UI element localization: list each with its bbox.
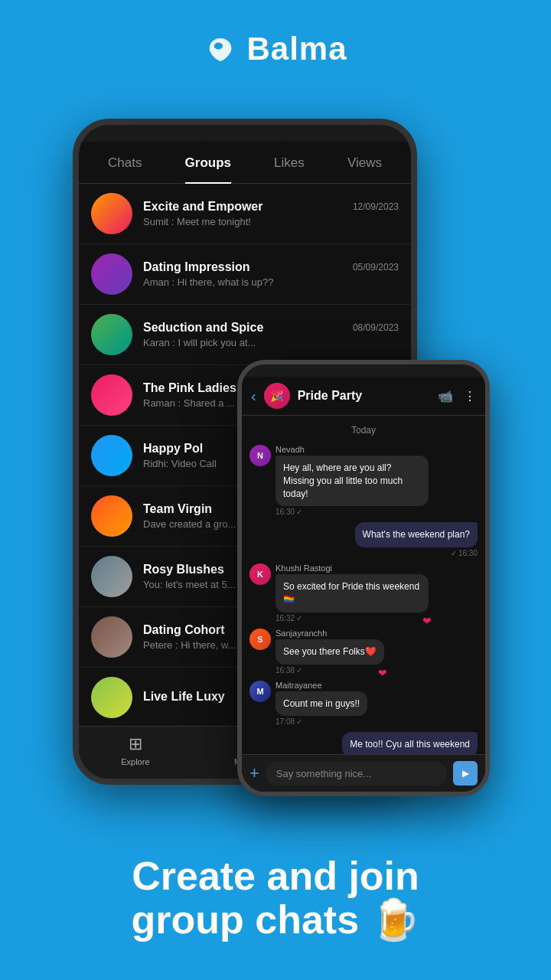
avatar — [91, 314, 132, 355]
app-name: Balma — [246, 31, 347, 67]
video-call-icon[interactable]: 📹 — [438, 389, 453, 403]
msg-bubble: See you there Folks❤️ — [276, 639, 384, 665]
cta-area: Create and join group chats 🍺 — [0, 854, 551, 942]
avatar — [91, 616, 132, 658]
tab-likes[interactable]: Likes — [274, 155, 305, 177]
phone-small: ‹ 🎉 Pride Party 📹 ⋮ Today N Nevadh Hey a… — [237, 360, 490, 796]
message-row: N Nevadh Hey all, where are you all? Mis… — [249, 445, 478, 516]
msg-time: 16:32 ✓ — [276, 614, 429, 622]
cta-emoji: 🍺 — [370, 897, 420, 942]
chat-info: Excite and Empower 12/09/2023 Sumit : Me… — [143, 200, 399, 227]
msg-bubble-sent: What's the weekend plan? — [355, 522, 478, 547]
msg-bubble-sent: Me too!! Cyu all this weekend — [342, 732, 478, 754]
avatar — [91, 677, 132, 718]
message-row: Me too!! Cyu all this weekend ✓ 18:10 — [249, 732, 478, 754]
msg-bubble: Count me in guys!! — [276, 691, 367, 717]
chat-top-bar: ‹ 🎉 Pride Party 📹 ⋮ — [242, 377, 485, 416]
avatar — [91, 495, 132, 537]
msg-bubble-wrap: Maitrayanee Count me in guys!! 17:08 ✓ — [276, 681, 367, 727]
msg-sender: Nevadh — [276, 445, 429, 454]
tab-views[interactable]: Views — [347, 155, 382, 177]
date-divider: Today — [249, 425, 478, 436]
chat-time: 08/09/2023 — [353, 322, 399, 333]
cta-line1: Create and join — [132, 854, 419, 898]
msg-sender: Sanjayranchh — [276, 629, 384, 638]
send-button[interactable]: ▶ — [453, 761, 478, 786]
msg-avatar: N — [249, 445, 271, 466]
msg-avatar: K — [249, 564, 271, 585]
avatar — [91, 374, 132, 416]
msg-avatar: M — [249, 681, 271, 702]
heart-reaction: ❤ — [422, 615, 432, 627]
msg-time: ✓ 16:30 — [355, 549, 478, 557]
chat-info: Dating Impression 05/09/2023 Aman : Hi t… — [143, 260, 399, 288]
message-row: S Sanjayranchh See you there Folks❤️ ❤ 1… — [249, 629, 478, 675]
msg-sender: Khushi Rastogi — [276, 564, 429, 573]
add-button[interactable]: + — [249, 763, 259, 783]
chat-avatar: 🎉 — [264, 383, 290, 409]
group-name: Live Life Luxy — [143, 690, 225, 704]
msg-time: 17:08 ✓ — [276, 717, 367, 726]
nav-explore-label: Explore — [121, 757, 149, 766]
msg-bubble-wrap: What's the weekend plan? ✓ 16:30 — [355, 522, 478, 557]
msg-bubble: So excited for Pride this weekend 🏳️‍🌈 — [276, 574, 429, 612]
group-name: The Pink Ladies — [143, 381, 236, 395]
group-name: Rosy Blushes — [143, 563, 224, 577]
chat-title: Pride Party — [298, 389, 430, 403]
group-name: Dating Cohort — [143, 623, 225, 637]
logo-area: Balma — [0, 0, 551, 67]
msg-sender: Maitrayanee — [276, 681, 367, 690]
message-input-bar: + Say something nice... ▶ — [242, 754, 485, 792]
list-item[interactable]: Dating Impression 05/09/2023 Aman : Hi t… — [79, 244, 411, 305]
more-options-icon[interactable]: ⋮ — [464, 389, 476, 403]
group-name: Dating Impression — [143, 260, 250, 274]
message-input[interactable]: Say something nice... — [266, 762, 447, 786]
explore-icon: ⊞ — [129, 734, 142, 754]
tab-chats[interactable]: Chats — [108, 155, 142, 177]
avatar — [91, 435, 132, 476]
chat-window: ‹ 🎉 Pride Party 📹 ⋮ Today N Nevadh Hey a… — [242, 377, 485, 792]
small-phone-notch — [329, 364, 398, 377]
messages-area: Today N Nevadh Hey all, where are you al… — [242, 416, 485, 754]
chat-preview: Karan : I will pick you at... — [143, 337, 399, 348]
message-row: What's the weekend plan? ✓ 16:30 — [249, 522, 478, 557]
cta-line2: group chats — [131, 897, 359, 942]
group-name: Excite and Empower — [143, 200, 263, 214]
chat-time: 05/09/2023 — [353, 262, 399, 273]
phone-notch — [195, 125, 295, 142]
avatar — [91, 556, 132, 597]
avatar — [91, 253, 132, 295]
tab-groups[interactable]: Groups — [185, 155, 231, 177]
msg-bubble: Hey all, where are you all? Missing you … — [276, 456, 429, 506]
message-row: K Khushi Rastogi So excited for Pride th… — [249, 564, 478, 622]
msg-bubble-wrap: Nevadh Hey all, where are you all? Missi… — [276, 445, 429, 516]
msg-bubble-wrap: Me too!! Cyu all this weekend ✓ 18:10 — [342, 732, 478, 754]
msg-avatar: S — [249, 629, 271, 650]
balma-logo-icon — [204, 32, 237, 66]
cta-text: Create and join group chats 🍺 — [31, 854, 520, 942]
nav-explore[interactable]: ⊞ Explore — [121, 734, 149, 766]
msg-time: 16:38 ✓ — [276, 666, 384, 675]
msg-time: 16:30 ✓ — [276, 508, 429, 516]
group-name: Seduction and Spice — [143, 321, 263, 335]
chat-preview: Aman : Hi there, what is up?? — [143, 276, 399, 288]
msg-bubble-wrap: Khushi Rastogi So excited for Pride this… — [276, 564, 429, 622]
chat-preview: Sumit : Meet me tonight! — [143, 216, 399, 227]
msg-bubble-wrap: Sanjayranchh See you there Folks❤️ ❤ 16:… — [276, 629, 384, 675]
group-name: Happy Pol — [143, 442, 203, 456]
chat-actions: 📹 ⋮ — [438, 389, 476, 403]
chat-time: 12/09/2023 — [353, 201, 399, 212]
back-button[interactable]: ‹ — [251, 387, 256, 405]
list-item[interactable]: Seduction and Spice 08/09/2023 Karan : I… — [79, 305, 411, 365]
chat-info: Seduction and Spice 08/09/2023 Karan : I… — [143, 321, 399, 348]
list-item[interactable]: Excite and Empower 12/09/2023 Sumit : Me… — [79, 184, 411, 244]
group-name: Team Virgin — [143, 502, 212, 516]
heart-reaction: ❤ — [378, 667, 387, 679]
message-row: M Maitrayanee Count me in guys!! 17:08 ✓ — [249, 681, 478, 727]
send-icon: ▶ — [462, 768, 469, 779]
avatar — [91, 193, 132, 234]
tab-bar: Chats Groups Likes Views — [79, 145, 411, 184]
